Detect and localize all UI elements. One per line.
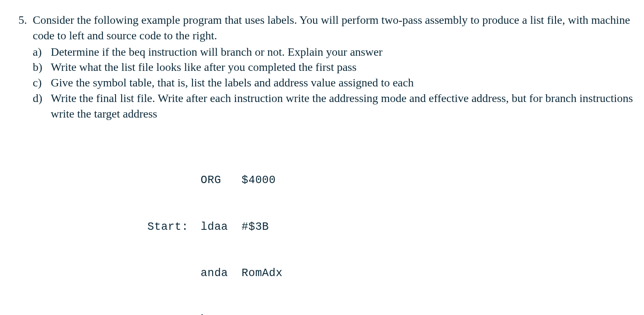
subitem-label: a) [33, 44, 51, 60]
code-label: Start: [147, 220, 201, 235]
question-intro: Consider the following example program t… [33, 12, 636, 43]
subitem-text: Write what the list file looks like afte… [51, 59, 636, 75]
subitem-b: b) Write what the list file looks like a… [33, 59, 636, 75]
code-label [147, 173, 201, 188]
code-operand: $4000 [242, 173, 276, 188]
code-operand: Done [242, 312, 269, 315]
subitem-c: c) Give the symbol table, that is, list … [33, 75, 636, 91]
question-body: Consider the following example program t… [33, 12, 636, 122]
code-operand: #$3B [242, 220, 269, 235]
subitem-a: a) Determine if the beq instruction will… [33, 44, 636, 60]
subitem-label: c) [33, 75, 51, 91]
code-line: andaRomAdx [147, 266, 636, 281]
subitem-d: d) Write the final list file. Write afte… [33, 91, 636, 122]
assembly-code-block: ORG$4000 Start:ldaa#$3B andaRomAdx beqDo… [147, 142, 636, 315]
code-line: ORG$4000 [147, 173, 636, 188]
code-line: Start:ldaa#$3B [147, 220, 636, 235]
code-mnemonic: beq [201, 312, 242, 315]
subitem-text: Give the symbol table, that is, list the… [51, 75, 636, 91]
code-label [147, 312, 201, 315]
question-sublist: a) Determine if the beq instruction will… [33, 44, 636, 122]
subitem-label: b) [33, 59, 51, 75]
code-mnemonic: ldaa [201, 220, 242, 235]
code-mnemonic: ORG [201, 173, 242, 188]
code-line: beqDone [147, 312, 636, 315]
subitem-text: Write the final list file. Write after e… [51, 91, 636, 122]
subitem-text: Determine if the beq instruction will br… [51, 44, 636, 60]
code-mnemonic: anda [201, 266, 242, 281]
code-label [147, 266, 201, 281]
question-block: 5. Consider the following example progra… [8, 12, 636, 122]
code-operand: RomAdx [242, 266, 282, 281]
subitem-label: d) [33, 91, 51, 106]
question-number: 5. [8, 12, 33, 28]
